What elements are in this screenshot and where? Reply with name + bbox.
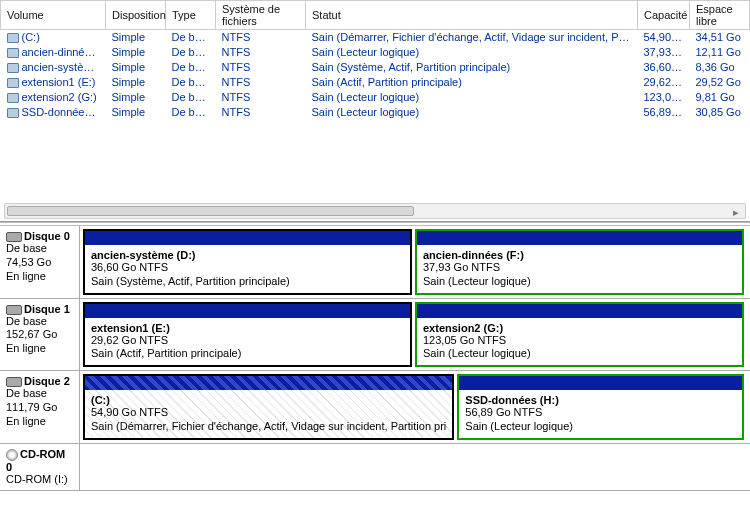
partition-header xyxy=(417,304,742,318)
volume-row[interactable]: extension2 (G:)SimpleDe baseNTFSSain (Le… xyxy=(1,90,750,105)
volume-disposition: Simple xyxy=(106,90,166,105)
horizontal-scrollbar[interactable]: ▸ xyxy=(4,203,746,219)
volume-status: Sain (Démarrer, Fichier d'échange, Actif… xyxy=(306,30,638,45)
volume-type: De base xyxy=(166,90,216,105)
partition-size: 56,89 Go NTFS xyxy=(465,406,736,420)
disk-map-pane: Disque 0 De base 74,53 Go En ligne ancie… xyxy=(0,226,750,520)
partition-body: extension1 (E:) 29,62 Go NTFS Sain (Acti… xyxy=(85,318,410,366)
partition-header xyxy=(459,376,742,390)
volume-free: 34,51 Go xyxy=(690,30,750,45)
cdrom-drive: CD-ROM (I:) xyxy=(6,473,73,487)
partition-title: ancien-système (D:) xyxy=(91,249,404,261)
partition-body: SSD-données (H:) 56,89 Go NTFS Sain (Lec… xyxy=(459,390,742,438)
disk-info[interactable]: Disque 2 De base 111,79 Go En ligne xyxy=(0,371,80,443)
cdrom-row: CD-ROM 0 CD-ROM (I:) xyxy=(0,444,750,492)
disk-name: Disque 2 xyxy=(24,375,70,387)
volume-capacity: 123,05 Go xyxy=(638,90,690,105)
disk-info[interactable]: Disque 0 De base 74,53 Go En ligne xyxy=(0,226,80,298)
partition-body: ancien-système (D:) 36,60 Go NTFS Sain (… xyxy=(85,245,410,293)
disk-type: De base xyxy=(6,242,73,256)
col-free[interactable]: Espace libre xyxy=(690,1,750,30)
volume-capacity: 54,90 Go xyxy=(638,30,690,45)
partition-header xyxy=(85,376,452,390)
volume-row[interactable]: extension1 (E:)SimpleDe baseNTFSSain (Ac… xyxy=(1,75,750,90)
volume-row[interactable]: SSD-données (H:)SimpleDe baseNTFSSain (L… xyxy=(1,105,750,120)
volume-status: Sain (Système, Actif, Partition principa… xyxy=(306,60,638,75)
col-disposition[interactable]: Disposition xyxy=(106,1,166,30)
cdrom-icon xyxy=(6,449,18,461)
partition-status: Sain (Lecteur logique) xyxy=(465,420,736,434)
volume-fs: NTFS xyxy=(216,30,306,45)
partition-status: Sain (Lecteur logique) xyxy=(423,347,736,361)
volume-fs: NTFS xyxy=(216,75,306,90)
scroll-right-arrow-icon[interactable]: ▸ xyxy=(729,206,743,216)
disk-size: 111,79 Go xyxy=(6,401,73,415)
volume-capacity: 29,62 Go xyxy=(638,75,690,90)
disk-name: Disque 1 xyxy=(24,303,70,315)
volume-type: De base xyxy=(166,105,216,120)
col-type[interactable]: Type xyxy=(166,1,216,30)
partition-title: extension2 (G:) xyxy=(423,322,736,334)
disk-row: Disque 0 De base 74,53 Go En ligne ancie… xyxy=(0,226,750,299)
partition-header xyxy=(85,231,410,245)
volume-icon xyxy=(7,93,19,103)
partition-size: 37,93 Go NTFS xyxy=(423,261,736,275)
volume-icon xyxy=(7,33,19,43)
partition[interactable]: extension1 (E:) 29,62 Go NTFS Sain (Acti… xyxy=(83,302,412,368)
partition-status: Sain (Système, Actif, Partition principa… xyxy=(91,275,404,289)
col-filesystem[interactable]: Système de fichiers xyxy=(216,1,306,30)
volume-table[interactable]: Volume Disposition Type Système de fichi… xyxy=(0,0,750,120)
disk-info[interactable]: Disque 1 De base 152,67 Go En ligne xyxy=(0,299,80,371)
volume-list-pane: Volume Disposition Type Système de fichi… xyxy=(0,0,750,222)
volume-icon xyxy=(7,108,19,118)
volume-free: 8,36 Go xyxy=(690,60,750,75)
partition-size: 54,90 Go NTFS xyxy=(91,406,446,420)
disk-state: En ligne xyxy=(6,415,73,429)
volume-header-row[interactable]: Volume Disposition Type Système de fichi… xyxy=(1,1,750,30)
partition-title: (C:) xyxy=(91,394,446,406)
volume-name: extension1 (E:) xyxy=(1,75,106,90)
partition-status: Sain (Démarrer, Fichier d'échange, Actif… xyxy=(91,420,446,434)
partition-title: ancien-dinnées (F:) xyxy=(423,249,736,261)
partition[interactable]: ancien-système (D:) 36,60 Go NTFS Sain (… xyxy=(83,229,412,295)
col-capacity[interactable]: Capacité xyxy=(638,1,690,30)
volume-row[interactable]: (C:)SimpleDe baseNTFSSain (Démarrer, Fic… xyxy=(1,30,750,45)
volume-name: SSD-données (H:) xyxy=(1,105,106,120)
cdrom-partitions xyxy=(80,444,750,491)
disk-name: Disque 0 xyxy=(24,230,70,242)
disk-type: De base xyxy=(6,315,73,329)
partition[interactable]: extension2 (G:) 123,05 Go NTFS Sain (Lec… xyxy=(415,302,744,368)
volume-row[interactable]: ancien-dinnées (F:)SimpleDe baseNTFSSain… xyxy=(1,45,750,60)
disk-state: En ligne xyxy=(6,342,73,356)
disk-icon xyxy=(6,305,22,315)
volume-disposition: Simple xyxy=(106,75,166,90)
disk-size: 152,67 Go xyxy=(6,328,73,342)
volume-fs: NTFS xyxy=(216,45,306,60)
col-volume[interactable]: Volume xyxy=(1,1,106,30)
col-status[interactable]: Statut xyxy=(306,1,638,30)
disk-partitions: (C:) 54,90 Go NTFS Sain (Démarrer, Fichi… xyxy=(80,371,750,443)
volume-row[interactable]: ancien-système (D:)SimpleDe baseNTFSSain… xyxy=(1,60,750,75)
scrollbar-thumb[interactable] xyxy=(7,206,414,216)
volume-disposition: Simple xyxy=(106,30,166,45)
volume-free: 29,52 Go xyxy=(690,75,750,90)
volume-capacity: 37,93 Go xyxy=(638,45,690,60)
volume-fs: NTFS xyxy=(216,60,306,75)
volume-capacity: 36,60 Go xyxy=(638,60,690,75)
volume-name: ancien-dinnées (F:) xyxy=(1,45,106,60)
disk-type: De base xyxy=(6,387,73,401)
partition[interactable]: (C:) 54,90 Go NTFS Sain (Démarrer, Fichi… xyxy=(83,374,454,440)
partition-status: Sain (Actif, Partition principale) xyxy=(91,347,404,361)
partition[interactable]: SSD-données (H:) 56,89 Go NTFS Sain (Lec… xyxy=(457,374,744,440)
volume-name: ancien-système (D:) xyxy=(1,60,106,75)
cdrom-info[interactable]: CD-ROM 0 CD-ROM (I:) xyxy=(0,444,80,491)
partition[interactable]: ancien-dinnées (F:) 37,93 Go NTFS Sain (… xyxy=(415,229,744,295)
disk-row: Disque 1 De base 152,67 Go En ligne exte… xyxy=(0,299,750,372)
disk-icon xyxy=(6,232,22,242)
disk-state: En ligne xyxy=(6,270,73,284)
volume-name: (C:) xyxy=(1,30,106,45)
partition-title: SSD-données (H:) xyxy=(465,394,736,406)
volume-name: extension2 (G:) xyxy=(1,90,106,105)
volume-status: Sain (Actif, Partition principale) xyxy=(306,75,638,90)
volume-icon xyxy=(7,63,19,73)
